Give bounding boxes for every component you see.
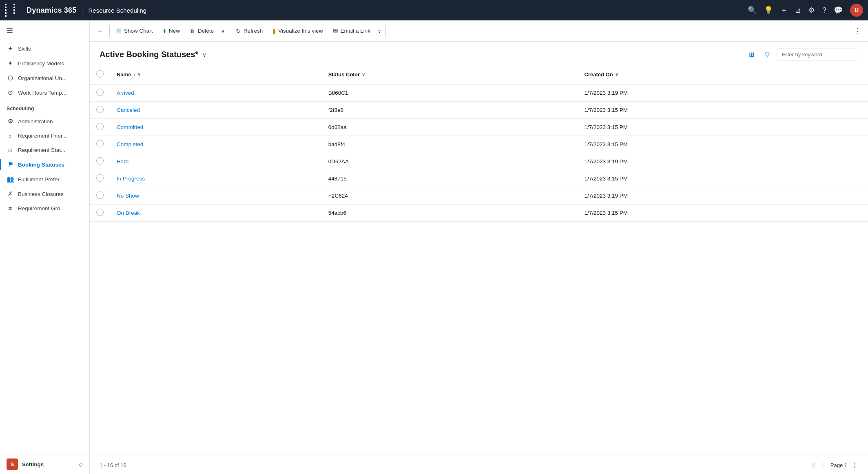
sidebar-item-booking-statuses[interactable]: ⚑ Booking Statuses (0, 157, 89, 172)
delete-icon: 🗑 (190, 28, 195, 34)
row-checkbox-cell (90, 153, 110, 170)
table-row: Canceled f2f8e8 1/7/2023 3:15 PM (90, 102, 868, 119)
filter-keyword-input[interactable] (777, 49, 858, 60)
visualize-button[interactable]: ▮ Visualize this view (268, 25, 328, 37)
row-status-color-cell: 0d62aa (322, 119, 578, 136)
content-area: ← ⊞ Show Chart + New 🗑 Delete ∨ ↻ Refres… (90, 20, 868, 474)
delete-dropdown-button[interactable]: ∨ (219, 26, 227, 36)
sidebar-item-requirement-statuses[interactable]: ☺ Requirement Stat... (0, 143, 89, 157)
grid-view-button[interactable]: ⊞ (745, 48, 758, 61)
row-name-cell[interactable]: Canceled (110, 102, 322, 119)
new-button[interactable]: + New (158, 25, 185, 37)
row-checkbox-cell (90, 102, 110, 119)
prev-page-button[interactable]: ⟨ (819, 460, 826, 470)
sidebar-item-label: Proficiency Models (18, 60, 83, 67)
show-chart-button[interactable]: ⊞ Show Chart (111, 24, 158, 37)
refresh-icon: ↻ (236, 27, 241, 35)
view-title-chevron[interactable]: ∨ (202, 51, 206, 58)
row-status-color-cell: 448715 (322, 170, 578, 187)
more-options-button[interactable]: ⋮ (851, 24, 865, 38)
refresh-label: Refresh (244, 28, 263, 34)
sidebar-item-requirement-groups[interactable]: ≡ Requirement Gro... (0, 201, 89, 216)
row-name-cell[interactable]: Arrived (110, 84, 322, 102)
show-chart-icon: ⊞ (116, 27, 122, 35)
lightbulb-icon[interactable]: 💡 (764, 6, 773, 15)
created-on-col-header[interactable]: Created On ∨ (578, 65, 868, 84)
row-status-color-cell: 54acb6 (322, 205, 578, 222)
req-groups-icon: ≡ (7, 205, 14, 212)
select-all-checkbox[interactable] (96, 70, 104, 78)
row-checkbox[interactable] (96, 191, 104, 199)
filter-view-button[interactable]: ▽ (761, 48, 773, 61)
view-area: Active Booking Statuses* ∨ ⊞ ▽ (90, 42, 868, 474)
select-all-col (90, 65, 110, 84)
pagination-controls: ⟨⟨ ⟨ Page 1 ⟩ (809, 460, 858, 470)
name-col-header[interactable]: Name ↑ ∨ (110, 65, 322, 84)
row-name-cell[interactable]: On Break (110, 205, 322, 222)
sidebar-item-label: Requirement Prior... (18, 133, 83, 139)
row-name-cell[interactable]: Committed (110, 119, 322, 136)
sidebar-item-label: Administration (18, 118, 83, 125)
status-color-col-label: Status Color (328, 71, 360, 78)
settings-bottom-item[interactable]: S Settings ◇ (0, 454, 89, 474)
sidebar-item-label: Business Closures (18, 191, 83, 197)
filter-icon[interactable]: ⊿ (795, 6, 801, 15)
chat-icon[interactable]: 💬 (834, 6, 843, 15)
work-hours-icon: ⊙ (7, 89, 14, 96)
refresh-button[interactable]: ↻ Refresh (231, 25, 268, 37)
table-header-row: Name ↑ ∨ Status Color ∨ (90, 65, 868, 84)
row-checkbox[interactable] (96, 123, 104, 130)
admin-icon: ⚙ (7, 118, 14, 125)
first-page-button[interactable]: ⟨⟨ (809, 460, 818, 470)
row-checkbox[interactable] (96, 106, 104, 113)
sidebar-item-skills[interactable]: ✦ Skills (0, 41, 89, 56)
row-checkbox[interactable] (96, 140, 104, 147)
row-checkbox[interactable] (96, 174, 104, 182)
row-name-cell[interactable]: Completed (110, 136, 322, 153)
row-checkbox-cell (90, 187, 110, 205)
sidebar-item-requirement-priorities[interactable]: ↕ Requirement Prior... (0, 129, 89, 143)
sidebar-item-proficiency-models[interactable]: ✦ Proficiency Models (0, 56, 89, 71)
back-button[interactable]: ← (93, 25, 108, 37)
hamburger-menu[interactable]: ☰ (0, 20, 89, 41)
delete-button[interactable]: 🗑 Delete (185, 25, 219, 36)
created-on-sort-icon: ∨ (615, 72, 618, 77)
row-checkbox-cell (90, 84, 110, 102)
next-page-button[interactable]: ⟩ (851, 460, 858, 470)
sidebar-item-work-hours-templates[interactable]: ⊙ Work Hours Temp... (0, 85, 89, 100)
search-icon[interactable]: 🔍 (748, 6, 757, 15)
table-row: On Break 54acb6 1/7/2023 3:15 PM (90, 205, 868, 222)
top-nav: Dynamics 365 Resource Scheduling 🔍 💡 ＋ ⊿… (0, 0, 868, 20)
status-color-col-header[interactable]: Status Color ∨ (322, 65, 578, 84)
row-status-color-cell: F2C624 (322, 187, 578, 205)
row-status-color-cell: f2f8e8 (322, 102, 578, 119)
sidebar-item-business-closures[interactable]: ✗ Business Closures (0, 187, 89, 201)
org-unit-icon: ⬡ (7, 74, 14, 82)
settings-icon[interactable]: ⚙ (808, 6, 815, 15)
help-icon[interactable]: ? (822, 6, 826, 15)
row-name-cell[interactable]: No Show (110, 187, 322, 205)
table-body: Arrived B860C1 1/7/2023 3:19 PM Canceled… (90, 84, 868, 222)
row-checkbox[interactable] (96, 89, 104, 96)
proficiency-icon: ✦ (7, 60, 14, 67)
row-created-on-cell: 1/7/2023 3:15 PM (578, 102, 868, 119)
row-checkbox[interactable] (96, 209, 104, 216)
settings-avatar: S (7, 458, 18, 470)
row-created-on-cell: 1/7/2023 3:15 PM (578, 170, 868, 187)
req-status-icon: ☺ (7, 147, 14, 154)
row-name-cell[interactable]: In Progress (110, 170, 322, 187)
app-grid-icon[interactable] (5, 4, 21, 17)
add-icon[interactable]: ＋ (780, 5, 788, 15)
row-name-cell[interactable]: Hard (110, 153, 322, 170)
sidebar-item-organizational-units[interactable]: ⬡ Organizational Un... (0, 71, 89, 85)
row-checkbox-cell (90, 205, 110, 222)
toolbar-sep-2 (229, 25, 229, 37)
sidebar-item-fulfillment-preferences[interactable]: 👥 Fulfillment Prefer... (0, 172, 89, 187)
email-link-label: Email a Link (341, 28, 371, 34)
row-checkbox[interactable] (96, 157, 104, 165)
sidebar-item-administration[interactable]: ⚙ Administration (0, 114, 89, 129)
user-avatar[interactable]: U (850, 4, 863, 17)
email-dropdown-button[interactable]: ∨ (375, 26, 384, 36)
created-on-col-label: Created On (585, 71, 613, 78)
email-link-button[interactable]: ✉ Email a Link (328, 25, 376, 37)
